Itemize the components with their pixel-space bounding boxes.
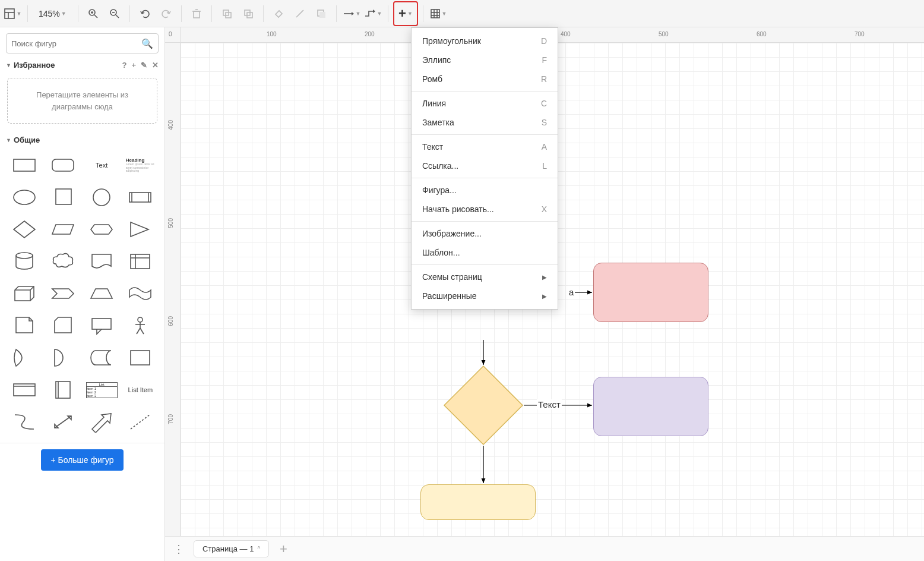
menu-item[interactable]: ТекстA	[412, 137, 558, 156]
line-color-button[interactable]	[290, 4, 310, 24]
general-panel-header[interactable]: ▼ Общие	[0, 132, 164, 148]
svg-rect-44	[14, 384, 35, 396]
shape-cloud[interactable]	[46, 248, 80, 275]
menu-item[interactable]: Схемы страниц▶	[412, 267, 558, 286]
edge-label-text[interactable]: Текст	[537, 399, 562, 409]
shape-list-item[interactable]: List Item	[124, 376, 157, 404]
favorites-add-icon[interactable]: +	[131, 61, 136, 70]
pages-menu-icon[interactable]: ⋮	[170, 540, 188, 558]
shape-parallelogram[interactable]	[46, 216, 80, 243]
menu-item[interactable]: Фигура...	[412, 181, 558, 200]
menu-item[interactable]: Начать рисовать...X	[412, 200, 558, 219]
svg-line-41	[137, 328, 140, 334]
to-back-button[interactable]	[238, 4, 258, 24]
search-icon[interactable]: 🔍	[141, 38, 153, 49]
shape-hexagon[interactable]	[85, 216, 119, 243]
shape-card[interactable]	[46, 312, 80, 339]
submenu-arrow-icon: ▶	[542, 293, 547, 300]
zoom-out-button[interactable]	[105, 4, 125, 24]
menu-item[interactable]: ЛинияC	[412, 94, 558, 113]
menu-item[interactable]: Расширенные▶	[412, 286, 558, 305]
zoom-level[interactable]: 145% ▼	[33, 9, 73, 18]
connection-style-button[interactable]: ▼	[341, 4, 362, 24]
shape-ellipse[interactable]	[7, 184, 41, 211]
shape-dashed-line[interactable]	[124, 408, 157, 436]
fill-color-button[interactable]	[268, 4, 289, 24]
diagram-node-pink[interactable]	[593, 263, 708, 322]
insert-shape-button[interactable]: + ▼	[395, 4, 416, 24]
ruler-tick: 500	[167, 218, 174, 228]
shadow-button[interactable]	[311, 4, 331, 24]
shape-note[interactable]	[7, 312, 41, 339]
shape-list[interactable]: ListItem 1Item 2Item 3	[85, 376, 119, 404]
menu-shortcut: C	[541, 99, 547, 108]
undo-button[interactable]	[135, 4, 155, 24]
shape-internal-storage[interactable]	[124, 248, 157, 275]
shape-search[interactable]: 🔍	[6, 33, 159, 53]
page-footer: ⋮ Страница — 1 ^ +	[165, 536, 924, 561]
shape-or[interactable]	[7, 344, 41, 371]
shape-cylinder[interactable]	[7, 248, 41, 275]
shape-diamond[interactable]	[7, 216, 41, 243]
menu-item-label: Начать рисовать...	[422, 204, 494, 214]
shape-roundrect[interactable]	[46, 152, 80, 179]
shape-document[interactable]	[85, 248, 119, 275]
menu-item[interactable]: РомбR	[412, 70, 558, 89]
svg-rect-30	[129, 193, 151, 202]
to-front-button[interactable]	[217, 4, 237, 24]
favorites-close-icon[interactable]: ✕	[152, 61, 159, 70]
shape-step[interactable]	[46, 280, 80, 307]
delete-button[interactable]	[186, 4, 207, 24]
menu-item[interactable]: Шаблон...	[412, 243, 558, 262]
favorites-edit-icon[interactable]: ✎	[141, 61, 147, 70]
menu-item-label: Ромб	[422, 74, 442, 84]
diagram-decision-diamond[interactable]	[442, 364, 525, 447]
svg-rect-10	[194, 11, 200, 18]
table-button[interactable]: ▼	[428, 4, 448, 24]
edge-label-a[interactable]: а	[568, 287, 575, 297]
shape-triangle[interactable]	[124, 216, 157, 243]
shape-data-storage[interactable]	[85, 344, 119, 371]
menu-item[interactable]: ЭллипсF	[412, 51, 558, 70]
zoom-in-button[interactable]	[83, 4, 103, 24]
shape-rect[interactable]	[7, 152, 41, 179]
shape-trapezoid[interactable]	[85, 280, 119, 307]
favorites-panel-header[interactable]: ▼ Избранное ? + ✎ ✕	[0, 57, 164, 73]
shape-tape[interactable]	[124, 280, 157, 307]
shape-text[interactable]: Text	[85, 152, 119, 179]
redo-button[interactable]	[156, 4, 176, 24]
shape-actor[interactable]	[124, 312, 157, 339]
view-layout-button[interactable]: ▼	[2, 4, 23, 24]
shape-container[interactable]	[124, 344, 157, 371]
waypoint-style-button[interactable]: ▼	[363, 4, 383, 24]
shape-bidir-arrow[interactable]	[46, 408, 80, 436]
shape-circle[interactable]	[85, 184, 119, 211]
menu-item[interactable]: Ссылка...L	[412, 156, 558, 175]
favorites-help-icon[interactable]: ?	[122, 61, 126, 70]
shape-square[interactable]	[46, 184, 80, 211]
shape-curve[interactable]	[7, 408, 41, 436]
collapse-icon: ▼	[6, 62, 11, 68]
menu-item[interactable]: ЗаметкаS	[412, 113, 558, 132]
menu-item[interactable]: ПрямоугольникD	[412, 31, 558, 51]
shape-cube[interactable]	[7, 280, 41, 307]
menu-item-label: Прямоугольник	[422, 36, 481, 46]
shape-callout[interactable]	[85, 312, 119, 339]
shape-swimlane-h[interactable]	[7, 376, 41, 404]
menu-item-label: Изображение...	[422, 229, 482, 238]
shape-and[interactable]	[46, 344, 80, 371]
add-page-button[interactable]: +	[275, 541, 292, 557]
shape-heading-text[interactable]: HeadingLorem ipsum dolor sit amet consec…	[124, 152, 157, 179]
svg-rect-28	[56, 189, 71, 204]
diagram-node-yellow[interactable]	[420, 484, 536, 520]
menu-shortcut: S	[542, 118, 547, 127]
page-tab-1[interactable]: Страница — 1 ^	[194, 540, 269, 557]
search-input[interactable]	[11, 39, 141, 48]
menu-shortcut: F	[542, 55, 547, 65]
shape-thick-arrow[interactable]	[85, 408, 119, 436]
menu-item[interactable]: Изображение...	[412, 224, 558, 243]
shape-swimlane-v[interactable]	[46, 376, 80, 404]
more-shapes-button[interactable]: + Больше фигур	[41, 449, 123, 471]
diagram-node-purple[interactable]	[593, 377, 708, 436]
shape-process-rect[interactable]	[124, 184, 157, 211]
